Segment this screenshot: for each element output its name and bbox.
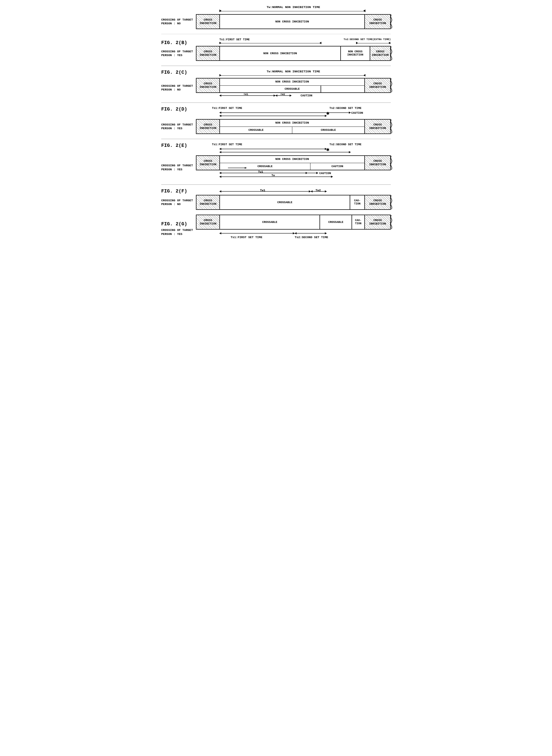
fig-2g-seg-cross-left: CROSSINHIBITION: [196, 215, 220, 229]
svg-text:CAUTION: CAUTION: [351, 111, 363, 115]
fig-2a-tw-label: Tw:NORMAL NON INHIBITION TIME: [196, 5, 391, 9]
fig-2e-timeline: CROSSINHIBITION NON CROSS INHIBITION CRO…: [196, 155, 391, 170]
fig-2d-seg-middle: NON CROSS INHIBITION CROSSABLE CROSSABLE: [220, 120, 365, 133]
fig-2d-seg-cross-left: CROSSINHIBITION: [196, 120, 220, 133]
fig-2c-caution: CAUTION: [300, 94, 312, 97]
fig-2d-label: FIG. 2(D): [161, 107, 187, 112]
fig-2f-seg-cross-right: CROSSINHIBITION: [365, 196, 390, 209]
fig-2g-seg-crossable1: CROSSABLE: [220, 215, 320, 229]
fig-2d-left-label: CROSSING OF TARGET PERSON : YES: [161, 119, 196, 134]
svg-marker-56: [295, 232, 297, 234]
svg-marker-45: [220, 190, 221, 193]
fig-2d-ts1-label: Ts1:FIRST SET TIME: [212, 107, 242, 110]
fig-2c-section: FIG. 2(C) Tw:NORMAL NON INHIBITION TIME …: [161, 70, 391, 98]
fig-2c-seg-middle: NON CROSS INHIBITION CROSSABLE: [220, 79, 365, 92]
fig-2a-seg-cross-left: CROSSINHIBITION: [196, 15, 220, 28]
svg-marker-54: [293, 232, 295, 234]
fig-2e-seg-middle: NON CROSS INHIBITION CROSSABLE: [220, 156, 365, 170]
svg-marker-1: [363, 10, 366, 12]
fig-2e-ts1-label: Ts1:FIRST SET TIME: [212, 143, 242, 146]
fig-2c-seg-cross-right: CROSSINHIBITION: [365, 79, 390, 92]
svg-text:Tw1: Tw1: [260, 189, 265, 192]
svg-marker-41: [220, 176, 221, 178]
divider-ab: [161, 34, 391, 34]
svg-marker-50: [325, 190, 327, 193]
fig-2g-section: FIG. 2(G) CROSSING OF TARGET PERSON : YE…: [161, 215, 391, 241]
divider-cd: [161, 103, 391, 103]
fig-2g-seg-cross-right: CROSSINHIBITION: [365, 215, 390, 229]
svg-text:Tw1: Tw1: [258, 171, 263, 173]
fig-2f-seg-cross-left: CROSSINHIBITION: [196, 196, 220, 209]
svg-marker-0: [220, 10, 222, 12]
fig-2e-seg-cross-right: CROSSINHIBITION: [365, 156, 390, 170]
svg-marker-49: [311, 190, 312, 193]
svg-marker-5: [388, 42, 390, 44]
svg-marker-14: [290, 95, 291, 97]
fig-2a-left-label: CROSSING OF TARGET PERSON : NO: [161, 14, 196, 29]
svg-marker-42: [331, 176, 333, 178]
fig-2a-timeline: CROSSINHIBITION NON CROSS INHIBITION CRO…: [196, 14, 391, 29]
svg-text:✱: ✱: [326, 148, 329, 152]
svg-text:Tw1: Tw1: [244, 94, 248, 96]
fig-2b-ts2-label: Ts2:SECOND SET TIME(EXTRA TIME): [343, 38, 391, 41]
fig-2c-label: FIG. 2(C): [161, 70, 187, 75]
svg-marker-38: [316, 172, 318, 174]
fig-2b-seg-cross-right: CROSSINHIBITION: [370, 46, 390, 60]
svg-marker-25: [220, 148, 221, 150]
svg-marker-7: [364, 74, 366, 77]
fig-2b-seg-non-cross-small: NON CROSSINHIBITION: [341, 46, 370, 60]
fig-2a-seg-cross-right: CROSSINHIBITION: [365, 15, 390, 28]
svg-text:Ts2:SECOND SET TIME: Ts2:SECOND SET TIME: [295, 236, 328, 239]
svg-text:Ts1:FIRST SET TIME: Ts1:FIRST SET TIME: [231, 236, 262, 239]
fig-2e-label: FIG. 2(E): [161, 143, 187, 148]
svg-marker-10: [274, 95, 275, 97]
fig-2b-left-label: CROSSING OF TARGET PERSON : YES: [161, 46, 196, 61]
svg-marker-4: [356, 42, 358, 44]
svg-marker-18: [349, 112, 351, 114]
fig-2g-timeline: CROSSINHIBITION CROSSABLE CROSSABLE CAU-…: [196, 215, 391, 230]
fig-2b-ts1-label: Ts1:FIRST SET TIME: [220, 38, 250, 41]
svg-marker-34: [220, 172, 221, 174]
fig-2f-seg-crossable: CROSSABLE: [220, 196, 350, 209]
svg-marker-53: [220, 232, 221, 234]
fig-2d-ts2-label: Ts2:SECOND SET TIME: [329, 107, 362, 110]
fig-2c-tw-label: Tw:NORMAL NON INHIBITION TIME: [196, 70, 391, 73]
fig-2b-timeline: CROSSINHIBITION NON CROSS INHIBITION NON…: [196, 46, 391, 61]
fig-2b-seg-cross-left: CROSSINHIBITION: [196, 46, 220, 60]
divider-de: [161, 139, 391, 139]
divider-bc: [161, 66, 391, 66]
fig-2g-seg-caution: CAU-TION: [352, 215, 365, 229]
fig-2c-timeline: CROSSINHIBITION NON CROSS INHIBITION CRO…: [196, 78, 391, 93]
svg-marker-20: [220, 115, 221, 117]
fig-2e-ts2-label: Ts2:SECOND SET TIME: [329, 143, 362, 146]
fig-2c-left-label: CROSSING OF TARGET PERSON : NO: [161, 78, 196, 98]
svg-marker-3: [319, 42, 321, 44]
fig-2c-seg-cross-left: CROSSINHIBITION: [196, 79, 220, 92]
svg-marker-29: [349, 151, 351, 153]
fig-2f-left-label: CROSSING OF TARGET PERSON : NO: [161, 195, 196, 210]
svg-marker-17: [220, 112, 221, 114]
fig-2f-section: FIG. 2(F) Tw1 Tw2 CR: [161, 188, 391, 210]
fig-2g-label: FIG. 2(G): [161, 221, 196, 227]
svg-marker-2: [220, 42, 221, 44]
fig-2g-left-label: FIG. 2(G) CROSSING OF TARGET PERSON : YE…: [161, 215, 196, 241]
fig-2d-seg-cross-right: CROSSINHIBITION: [365, 120, 390, 133]
fig-2f-timeline: CROSSINHIBITION CROSSABLE CAU-TION CROSS…: [196, 195, 391, 210]
fig-2b-label: FIG. 2(B): [161, 40, 187, 45]
fig-2e-left-label: CROSSING OF TARGET PERSON : YES: [161, 155, 196, 180]
svg-marker-6: [220, 74, 221, 77]
fig-2a-seg-non-cross: NON CROSS INHIBITION: [220, 15, 365, 28]
fig-2a-section: Tw:NORMAL NON INHIBITION TIME CROSSING O…: [161, 5, 391, 29]
svg-marker-28: [220, 151, 221, 153]
svg-marker-46: [309, 190, 311, 193]
fig-2d-section: FIG. 2(D) Ts1:FIRST SET TIME Ts2:SECOND …: [161, 107, 391, 134]
svg-marker-32: [245, 167, 247, 169]
svg-text:Tw2: Tw2: [315, 189, 321, 192]
fig-2e-section: FIG. 2(E) Ts1:FIRST SET TIME Ts2:SECOND …: [161, 143, 391, 180]
divider-ef: [161, 184, 391, 185]
fig-2g-seg-crossable2: CROSSABLE: [320, 215, 352, 229]
fig-2b-section: FIG. 2(B) Ts1:FIRST SET TIME Ts2:SECOND …: [161, 38, 391, 61]
fig-2f-seg-caution: CAU-TION: [350, 196, 365, 209]
svg-text:Tw: Tw: [271, 174, 275, 177]
svg-text:Tw2: Tw2: [280, 94, 285, 96]
